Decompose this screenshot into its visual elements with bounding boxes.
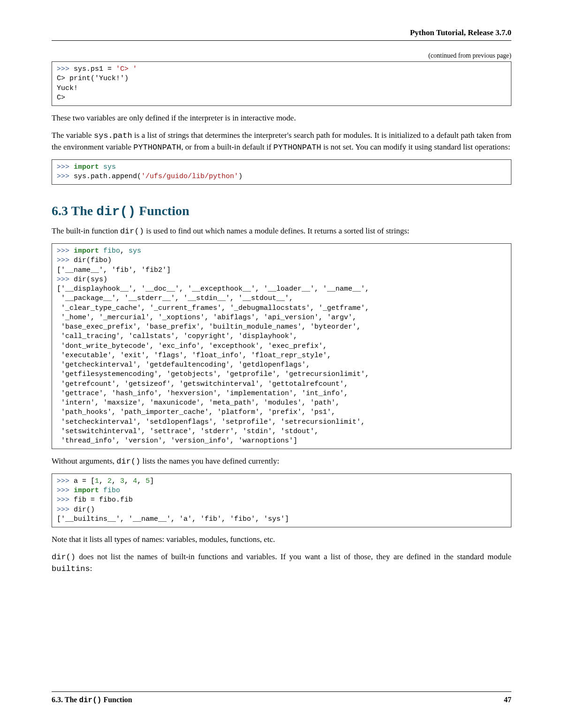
number: 5	[145, 477, 150, 485]
number: 4	[133, 477, 137, 485]
inline-code: PYTHONPATH	[133, 143, 181, 152]
page: Python Tutorial, Release 3.7.0 (continue…	[0, 0, 563, 728]
code-output: ['__builtins__', '__name__', 'a', 'fib',…	[57, 515, 289, 523]
code-output: 'getcheckinterval', 'getdefaultencoding'…	[57, 361, 310, 369]
code-text: dir(fibo)	[74, 256, 112, 264]
footer-section-label: 6.3. The dir() Function	[52, 696, 132, 705]
code-string: 'C> '	[116, 65, 137, 73]
code-output: 'call_tracing', 'callstats', 'copyright'…	[57, 332, 297, 340]
prompt: >>>	[57, 276, 74, 284]
code-output: 'getrefcount', 'getsizeof', 'getswitchin…	[57, 380, 348, 388]
keyword: import	[74, 247, 99, 255]
prompt: >>>	[57, 256, 74, 264]
prompt: >>>	[57, 247, 74, 255]
inline-code: sys.path	[94, 131, 132, 140]
inline-code: dir()	[116, 457, 140, 466]
code-output: '_clear_type_cache', '_current_frames', …	[57, 304, 369, 312]
code-text: ,	[120, 247, 124, 255]
module-name: fibo	[99, 247, 120, 255]
code-output: '_home', '_mercurial', '_xoptions', 'abi…	[57, 314, 357, 322]
code-output: 'dont_write_bytecode', 'exc_info', 'exce…	[57, 342, 327, 350]
number: 3	[120, 477, 124, 485]
text: The variable	[52, 131, 94, 140]
code-text: dir(sys)	[74, 276, 107, 284]
page-header-title: Python Tutorial, Release 3.7.0	[52, 28, 511, 38]
code-text: C>	[57, 94, 65, 102]
code-text: sys.ps1 =	[74, 65, 116, 73]
text: The built-in function	[52, 226, 120, 235]
code-block-syspath: >>> import sys >>> sys.path.append('/ufs…	[52, 159, 511, 185]
code-output: 'gettrace', 'hash_info', 'hexversion', '…	[57, 390, 348, 398]
code-block-ps1: >>> sys.ps1 = 'C> ' C> print('Yuck!') Yu…	[52, 61, 511, 106]
section-number: 6.3	[52, 203, 68, 218]
inline-code: dir()	[120, 227, 144, 236]
module-name: sys	[99, 163, 116, 171]
module-name: fibo	[99, 487, 120, 495]
code-output: 'base_exec_prefix', 'base_prefix', 'buil…	[57, 323, 361, 331]
text: :	[90, 564, 92, 573]
code-output: 'path_hooks', 'path_importer_cache', 'pl…	[57, 408, 335, 416]
text: Function	[101, 696, 132, 704]
page-number: 47	[504, 696, 511, 705]
code-block-dir: >>> import fibo, sys >>> dir(fibo) ['__n…	[52, 243, 511, 449]
prompt: >>>	[57, 173, 74, 180]
code-output: 'thread_info', 'version', 'version_info'…	[57, 437, 297, 445]
page-footer: 6.3. The dir() Function 47	[52, 691, 511, 705]
code-text: Yuck!	[57, 84, 78, 92]
text: Without arguments,	[52, 457, 116, 465]
text: , or from a built-in default if	[181, 143, 273, 151]
code-text: fib = fibo.fib	[74, 496, 133, 504]
paragraph: The variable sys.path is a list of strin…	[52, 130, 511, 154]
code-output: 'intern', 'maxsize', 'maxunicode', 'meta…	[57, 399, 340, 407]
inline-code: dir()	[79, 696, 101, 705]
code-text: ,	[137, 477, 145, 485]
code-text: ]	[150, 477, 154, 485]
paragraph: The built-in function dir() is used to f…	[52, 225, 511, 238]
number: 1	[95, 477, 99, 485]
code-output: 'getfilesystemencoding', 'getobjects', '…	[57, 370, 369, 378]
code-block-dir-noargs: >>> a = [1, 2, 3, 4, 5] >>> import fibo …	[52, 473, 511, 527]
prompt: >>>	[57, 506, 74, 514]
code-string: '/ufs/guido/lib/python'	[141, 173, 238, 180]
inline-code: PYTHONPATH	[274, 143, 321, 152]
text: lists the names you have defined current…	[140, 457, 279, 465]
code-text: ,	[99, 477, 107, 485]
text: is used to find out which names a module…	[144, 226, 410, 235]
text: Function	[136, 203, 189, 218]
section-heading: 6.3 The dir() Function	[52, 203, 511, 219]
keyword: import	[74, 487, 99, 495]
text: The	[68, 203, 96, 218]
prompt: >>>	[57, 496, 74, 504]
code-output: ['__name__', 'fib', 'fib2']	[57, 266, 171, 274]
inline-code: dir()	[96, 204, 136, 219]
code-text: )	[238, 173, 243, 180]
code-text: ,	[124, 477, 133, 485]
footer-row: 6.3. The dir() Function 47	[52, 696, 511, 705]
text: does not list the names of built-in func…	[76, 552, 511, 561]
code-output: 'setswitchinterval', 'settrace', 'stderr…	[57, 428, 319, 435]
code-output: 'executable', 'exit', 'flags', 'float_in…	[57, 352, 331, 360]
paragraph: dir() does not list the names of built-i…	[52, 551, 511, 575]
number: 2	[107, 477, 112, 485]
inline-code: builtins	[52, 564, 90, 573]
code-output: ['__displayhook__', '__doc__', '__except…	[57, 285, 369, 293]
paragraph: Without arguments, dir() lists the names…	[52, 456, 511, 468]
inline-code: dir()	[52, 553, 76, 562]
footer-rule	[52, 691, 511, 692]
module-name: sys	[124, 247, 141, 255]
header-rule	[52, 40, 511, 41]
prompt: >>>	[57, 163, 74, 171]
keyword: import	[74, 163, 99, 171]
text: 6.3. The	[52, 696, 79, 704]
paragraph: Note that it lists all types of names: v…	[52, 534, 511, 546]
paragraph: These two variables are only defined if …	[52, 113, 511, 124]
prompt: >>>	[57, 487, 74, 495]
code-text: sys.path.append(	[74, 173, 141, 180]
continued-label: (continued from previous page)	[52, 52, 511, 60]
text: is not set. You can modify it using stan…	[321, 143, 510, 151]
code-text: C> print('Yuck!')	[57, 75, 129, 83]
code-text: ,	[112, 477, 120, 485]
code-text: a = [	[74, 477, 95, 485]
code-text: dir()	[74, 506, 95, 514]
code-output: '__package__', '__stderr__', '__stdin__'…	[57, 294, 293, 302]
